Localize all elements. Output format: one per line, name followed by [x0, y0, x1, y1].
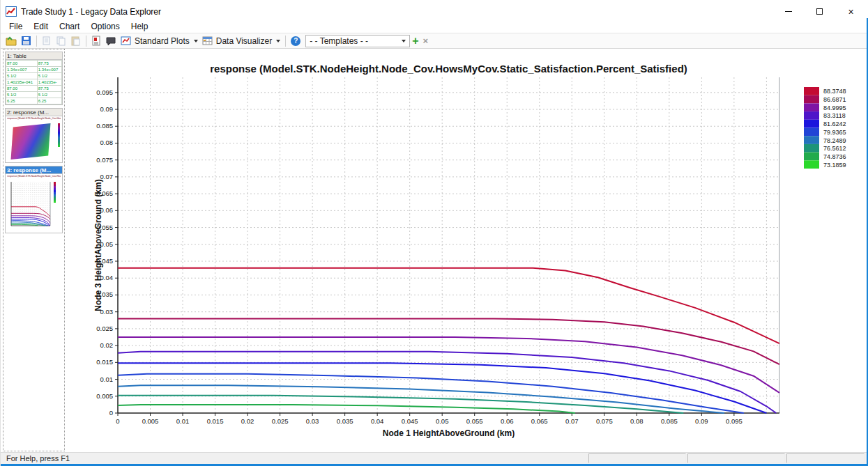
x-tick-label: 0 — [116, 417, 119, 425]
thumbnail-table[interactable]: 1: Table 87.0087.751.34e+0071.34e+0075 1… — [5, 52, 63, 105]
close-button[interactable]: × — [835, 4, 867, 19]
x-tick-label: 0.095 — [726, 417, 743, 425]
table-row: 87.0087.75 — [6, 61, 62, 67]
help-button[interactable]: ? — [289, 34, 303, 48]
legend-swatch — [54, 188, 56, 190]
y-tick-label: 0.01 — [100, 375, 114, 383]
legend-label: 74.8736 — [823, 153, 846, 160]
legend-swatch — [804, 95, 819, 104]
legend-swatch — [54, 186, 56, 188]
thumbnail-surface-title: 2: response (M... — [6, 109, 62, 116]
y-tick-label: 0.02 — [100, 341, 114, 349]
y-tick-label: 0.085 — [96, 122, 113, 130]
window-controls: × — [772, 4, 867, 19]
help-icon: ? — [291, 36, 300, 46]
x-tick-label: 0.035 — [337, 417, 353, 425]
status-pane-1 — [588, 453, 686, 463]
x-tick-label: 0.04 — [371, 417, 384, 425]
paste-button[interactable] — [68, 34, 83, 48]
table-cell: 1.34e+007 — [6, 67, 38, 73]
chart-area: 00.0050.010.0150.020.0250.030.0350.040.0… — [67, 49, 867, 451]
surface-3d-graphic — [11, 123, 51, 160]
menu-item-file[interactable]: File — [3, 20, 28, 33]
minimize-button[interactable] — [772, 4, 804, 19]
contour-line-83.3118 — [118, 352, 776, 413]
cut-button[interactable] — [40, 34, 54, 48]
thumbnail-response-surface[interactable]: 2: response (M... response (Model.STK.No… — [5, 108, 63, 163]
menu-item-chart[interactable]: Chart — [54, 20, 85, 33]
copy-icon — [56, 36, 66, 46]
y-tick-label: 0.095 — [96, 88, 113, 96]
table-cell: 87.00 — [6, 86, 38, 92]
legend-label: 79.9365 — [823, 129, 846, 136]
thumbnail-contour-title: 3: response (M... — [6, 166, 62, 174]
legend-label: 86.6871 — [823, 96, 846, 103]
copy-button[interactable] — [54, 34, 68, 48]
table-cell: 5 1/2 — [37, 92, 61, 98]
table-cell: 6.25 — [6, 98, 38, 104]
y-tick-label: 0.09 — [100, 105, 114, 113]
legend-swatch — [804, 144, 819, 153]
standard-plots-icon — [121, 36, 132, 46]
toolbar-separator — [86, 36, 86, 47]
x-tick-label: 0.075 — [596, 417, 613, 425]
legend-label: 73.1859 — [823, 162, 846, 169]
legend-swatch — [804, 111, 819, 120]
open-button[interactable] — [3, 34, 19, 48]
x-tick-label: 0.03 — [306, 417, 319, 425]
table-cell: 1.40235e-041 — [6, 79, 38, 86]
legend-swatch — [54, 182, 56, 184]
surface-plot-thumbnail: response (Model.STK.NodeHeight.Node_Cov.… — [6, 116, 62, 162]
contour-line-86.6871 — [11, 213, 50, 219]
status-bar: For Help, press F1 — [1, 452, 868, 464]
templates-combo[interactable]: - - Templates - - — [305, 35, 410, 47]
table-cell: 87.75 — [37, 61, 61, 67]
table-row: 87.0087.75 — [6, 86, 62, 92]
x-tick-label: 0.01 — [176, 417, 190, 425]
table-cell: 87.75 — [37, 86, 61, 92]
chevron-down-icon — [276, 40, 280, 42]
status-pane-3 — [786, 453, 865, 463]
legend-label: 88.3748 — [823, 88, 846, 95]
cut-icon — [42, 36, 52, 46]
maximize-button[interactable] — [804, 4, 835, 19]
legend-swatch — [54, 192, 56, 194]
table-row: 1.34e+0071.34e+007 — [6, 67, 62, 73]
thumbnail-table-grid: 87.0087.751.34e+0071.34e+0075 1/25 1/21.… — [6, 60, 62, 104]
data-visualizer-label: Data Visualizer — [216, 36, 272, 46]
app-icon-graphic — [6, 6, 17, 17]
legend-swatch — [54, 184, 56, 186]
x-tick-label: 0.09 — [695, 417, 708, 425]
x-tick-label: 0.08 — [630, 417, 644, 425]
toolbar-separator — [36, 36, 37, 47]
standard-plots-button[interactable]: Standard Plots — [119, 34, 200, 48]
legend-label: 83.3118 — [823, 112, 846, 119]
table-cell: 87.00 — [6, 61, 38, 67]
x-tick-label: 0.055 — [466, 417, 483, 425]
legend-label: 76.5612 — [823, 145, 846, 152]
table-row: 5 1/25 1/2 — [6, 92, 62, 98]
legend-swatch — [54, 196, 56, 199]
legend-swatch — [804, 160, 819, 169]
remove-template-button[interactable]: × — [421, 34, 431, 48]
comment-bubble-icon — [105, 36, 116, 46]
comment-button[interactable] — [103, 34, 119, 48]
legend-swatch — [54, 201, 56, 203]
add-template-button[interactable]: + — [410, 34, 420, 48]
window-title: Trade Study 1 - Legacy Data Explorer — [21, 7, 161, 17]
x-tick-label: 0.025 — [272, 417, 289, 425]
thumbnail-response-contour[interactable]: 3: response (M... response (Model.STK.No… — [5, 166, 63, 233]
menu-item-edit[interactable]: Edit — [28, 20, 54, 33]
menu-bar: FileEditChartOptionsHelp — [1, 20, 868, 33]
menu-item-options[interactable]: Options — [85, 20, 125, 33]
folder-open-icon — [6, 36, 17, 46]
data-visualizer-button[interactable]: Data Visualizer — [200, 34, 282, 48]
y-axis-label: Node 3 HeightAboveGround (km) — [93, 179, 103, 311]
legend-swatch — [804, 120, 819, 128]
table-cell: 5 1/2 — [37, 73, 61, 79]
menu-item-help[interactable]: Help — [125, 20, 154, 33]
save-button[interactable] — [19, 34, 33, 48]
table-cell: 1.40235e- — [37, 79, 61, 86]
save-icon — [21, 36, 31, 46]
report-button[interactable] — [89, 34, 103, 48]
